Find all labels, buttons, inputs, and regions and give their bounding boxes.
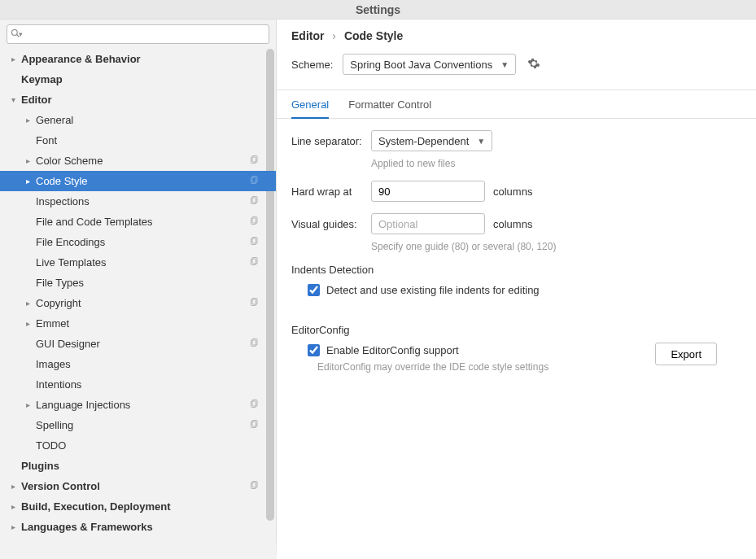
chevron-right-icon[interactable]: ▸	[8, 522, 18, 531]
tree-node[interactable]: ▸Plugins	[0, 456, 276, 476]
tree-node[interactable]: ▸Language Injections	[0, 395, 276, 415]
chevron-right-icon[interactable]: ▸	[8, 482, 18, 491]
copy-icon	[250, 480, 260, 492]
tree-node[interactable]: ▸General	[0, 110, 276, 130]
gear-icon[interactable]	[527, 57, 540, 72]
settings-tree: ▸Appearance & Behavior▸Keymap▾Editor▸Gen…	[0, 49, 276, 559]
scheme-label: Scheme:	[291, 59, 333, 71]
search-input[interactable]	[26, 28, 265, 41]
editorconfig-label: Enable EditorConfig support	[326, 344, 459, 356]
tree-node-label: TODO	[36, 439, 276, 452]
tree-node-label: Color Scheme	[36, 155, 250, 167]
tree-node[interactable]: ▸GUI Designer	[0, 334, 276, 354]
tree-node[interactable]: ▸Languages & Frameworks	[0, 517, 276, 537]
tree-node[interactable]: ▸File and Code Templates	[0, 212, 276, 232]
chevron-right-icon[interactable]: ▸	[23, 299, 33, 308]
tree-node[interactable]: ▸Images	[0, 354, 276, 374]
line-separator-select[interactable]: System-Dependent ▼	[371, 130, 492, 151]
chevron-right-icon[interactable]: ▸	[8, 55, 18, 63]
tree-node[interactable]: ▸Live Templates	[0, 252, 276, 273]
tree-node[interactable]: ▸Keymap	[0, 69, 276, 90]
tree-node-label: Intentions	[36, 378, 276, 391]
copy-icon	[250, 155, 260, 167]
chevron-down-icon: ▼	[500, 60, 509, 69]
tree-node[interactable]: ▸Inspections	[0, 191, 276, 212]
editorconfig-checkbox[interactable]	[308, 344, 320, 356]
chevron-right-icon[interactable]: ▸	[23, 319, 33, 328]
tree-node-label: Languages & Frameworks	[21, 521, 276, 533]
scheme-value: Spring Boot Java Conventions	[350, 59, 492, 71]
scheme-select[interactable]: Spring Boot Java Conventions ▼	[343, 54, 516, 75]
tree-node[interactable]: ▸Font	[0, 130, 276, 151]
chevron-down-icon: ▼	[477, 137, 485, 146]
tree-node[interactable]: ▸Emmet	[0, 313, 276, 334]
search-box[interactable]: ▾	[7, 24, 269, 44]
chevron-right-icon[interactable]: ▸	[23, 177, 33, 186]
tree-node-label: File Encodings	[36, 236, 250, 248]
breadcrumb: Editor › Code Style	[291, 29, 740, 42]
tree-node[interactable]: ▾Editor	[0, 90, 276, 110]
tree-node[interactable]: ▸Intentions	[0, 374, 276, 395]
tree-node-label: Emmet	[36, 317, 276, 330]
visual-guides-label: Visual guides:	[291, 218, 371, 230]
chevron-right-icon[interactable]: ▸	[8, 502, 18, 511]
tree-node-label: Version Control	[21, 480, 250, 492]
search-dropdown-icon[interactable]: ▾	[19, 30, 23, 38]
content-pane: Editor › Code Style Scheme: Spring Boot …	[277, 20, 756, 559]
visual-guides-input[interactable]	[371, 213, 485, 234]
tree-node-label: Editor	[21, 94, 276, 106]
hard-wrap-unit: columns	[493, 186, 532, 198]
copy-icon	[250, 175, 260, 187]
tree-node-label: Inspections	[36, 195, 250, 207]
tree-node-label: Keymap	[21, 73, 276, 85]
tree-node[interactable]: ▸Copyright	[0, 293, 276, 313]
copy-icon	[250, 419, 260, 431]
tree-node-label: Live Templates	[36, 256, 250, 269]
tab-general[interactable]: General	[291, 98, 329, 119]
tab-formatter-control[interactable]: Formatter Control	[348, 98, 431, 118]
copy-icon	[250, 256, 260, 269]
tree-node-label: Font	[36, 134, 276, 146]
svg-point-0	[12, 29, 18, 35]
tree-node-label: Spelling	[36, 419, 250, 431]
copy-icon	[250, 399, 260, 411]
chevron-right-icon[interactable]: ▸	[23, 400, 33, 409]
tree-node[interactable]: ▸Appearance & Behavior	[0, 49, 276, 69]
copy-icon	[250, 216, 260, 228]
tree-node-label: Plugins	[21, 460, 276, 472]
tree-node-label: Copyright	[36, 297, 250, 309]
tree-node[interactable]: ▸Code Style	[0, 171, 276, 191]
breadcrumb-root[interactable]: Editor	[291, 29, 324, 42]
line-separator-hint: Applied to new files	[371, 158, 740, 169]
breadcrumb-separator: ›	[332, 29, 336, 42]
copy-icon	[250, 236, 260, 248]
detect-indents-checkbox[interactable]	[308, 284, 320, 296]
export-button[interactable]: Export	[655, 343, 717, 365]
chevron-right-icon[interactable]: ▸	[23, 156, 33, 165]
tree-node-label: File and Code Templates	[36, 216, 250, 228]
chevron-down-icon[interactable]: ▾	[8, 95, 18, 104]
visual-guides-hint: Specify one guide (80) or several (80, 1…	[371, 241, 740, 252]
settings-sidebar: ▾ ▸Appearance & Behavior▸Keymap▾Editor▸G…	[0, 20, 277, 559]
tree-node-label: General	[36, 114, 276, 126]
tree-node[interactable]: ▸TODO	[0, 435, 276, 456]
hard-wrap-label: Hard wrap at	[291, 186, 371, 198]
tree-node-label: GUI Designer	[36, 338, 250, 350]
tabs: General Formatter Control	[277, 90, 756, 119]
breadcrumb-leaf: Code Style	[344, 29, 403, 42]
tree-node[interactable]: ▸File Types	[0, 273, 276, 293]
detect-indents-label: Detect and use existing file indents for…	[326, 284, 540, 296]
tree-node-label: Appearance & Behavior	[21, 53, 276, 65]
chevron-right-icon[interactable]: ▸	[23, 116, 33, 124]
copy-icon	[250, 195, 260, 207]
tree-node[interactable]: ▸Build, Execution, Deployment	[0, 496, 276, 517]
hard-wrap-input[interactable]	[371, 181, 485, 202]
tree-node[interactable]: ▸Version Control	[0, 476, 276, 496]
tree-node-label: Build, Execution, Deployment	[21, 500, 276, 513]
tree-node[interactable]: ▸Color Scheme	[0, 151, 276, 171]
copy-icon	[250, 297, 260, 309]
editorconfig-title: EditorConfig	[291, 324, 740, 336]
tree-node[interactable]: ▸File Encodings	[0, 232, 276, 252]
tree-node[interactable]: ▸Spelling	[0, 415, 276, 435]
tree-node-label: Images	[36, 358, 276, 370]
